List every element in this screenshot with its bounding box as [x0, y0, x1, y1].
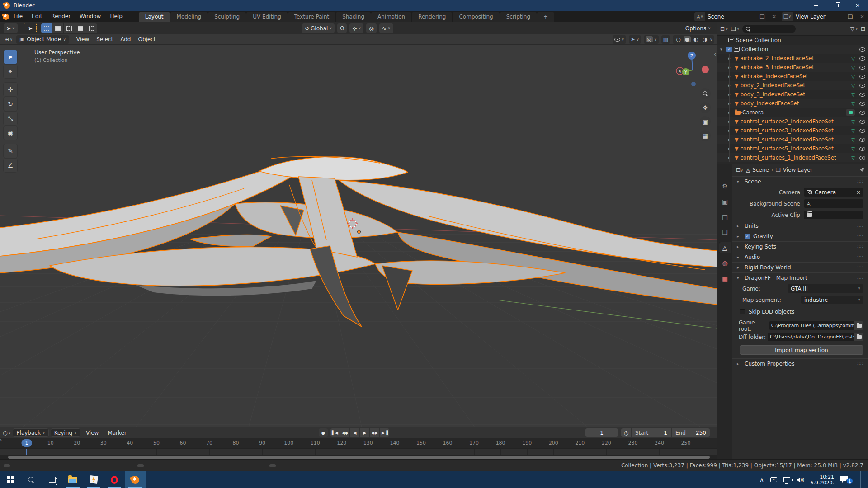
clock[interactable]: 10:21 6.9.2020. [811, 474, 834, 486]
outliner-row-object[interactable]: ▸▼airbrake_IndexedFaceSet▽ [717, 72, 868, 81]
pan-hand-icon[interactable]: ✥ [700, 102, 711, 113]
options-dropdown[interactable]: Options∨ [685, 25, 711, 32]
tab-texture[interactable]: ▦ [719, 273, 731, 284]
background-scene-field[interactable]: ◬ [804, 199, 863, 208]
tool-transform[interactable]: ◉ [4, 126, 17, 140]
tab-view-layer[interactable]: ❏ [719, 227, 731, 238]
hide-object-eye-icon[interactable] [859, 56, 865, 61]
panel-gravity[interactable]: ▸✓Gravity∷∷ [732, 231, 868, 241]
outliner-row-object[interactable]: ▸▼body_2_IndexedFaceSet▽ [717, 81, 868, 90]
tab-sculpting[interactable]: Sculpting [208, 12, 246, 22]
input-indicator-icon[interactable]: a [770, 477, 777, 482]
opera-button[interactable] [104, 471, 125, 488]
timeline-scrollbar-thumb[interactable] [8, 456, 710, 459]
collection-checkbox[interactable]: ✓ [726, 47, 732, 52]
tool-scale[interactable]: ⤡ [4, 112, 17, 125]
scene-selector[interactable]: ◬∨ Scene ❏ [694, 12, 766, 21]
current-frame-badge[interactable]: 1 [22, 439, 32, 447]
material-shading-icon[interactable]: ◐ [692, 36, 699, 42]
tool-move[interactable]: ✛ [4, 83, 17, 96]
new-collection-button[interactable]: ⊞ [861, 26, 865, 32]
clear-camera-icon[interactable]: ✕ [856, 189, 861, 196]
select-invert-icon[interactable] [75, 23, 86, 33]
menu-render[interactable]: Render [47, 11, 75, 22]
end-frame-field[interactable]: End250 [672, 428, 710, 437]
sidebar-toggle-icon[interactable]: ‹ [714, 51, 716, 57]
ortho-toggle-icon[interactable]: ▦ [700, 130, 711, 141]
tab-render[interactable]: ▣ [719, 196, 731, 207]
keying-menu[interactable]: Keying∨ [51, 428, 80, 437]
winamp-button[interactable]: ϟ [83, 471, 104, 488]
collection-expand-icon[interactable]: ▾ [720, 47, 725, 52]
transform-orientation-dropdown[interactable]: ↺Global∨ [302, 23, 335, 33]
tweak-tool-button[interactable]: ➤ [24, 23, 37, 33]
blender-menu-icon[interactable] [3, 14, 9, 20]
start-frame-field[interactable]: Start1 [632, 428, 671, 437]
play-button[interactable]: ▶ [360, 428, 369, 437]
timeline-region-toggle-icon[interactable]: › [0, 437, 2, 443]
outliner-row-object[interactable]: ▸▼body_IndexedFaceSet▽ [717, 99, 868, 108]
tab-texture-paint[interactable]: Texture Paint [288, 12, 335, 22]
menu-object[interactable]: Object [134, 36, 159, 42]
close-button[interactable]: × [847, 0, 868, 11]
taskbar-search-button[interactable] [21, 471, 42, 488]
hide-object-eye-icon[interactable] [859, 120, 865, 124]
jump-to-end-button[interactable]: ▶▐ [380, 428, 389, 437]
hide-object-eye-icon[interactable] [859, 66, 865, 70]
outliner-row-object[interactable]: ▸▼body_3_IndexedFaceSet▽ [717, 90, 868, 99]
outliner-row-object[interactable]: ▸▼control_surfaces2_IndexedFaceSet▽ [717, 117, 868, 126]
import-map-section-button[interactable]: Import map section [740, 345, 863, 355]
active-clip-field[interactable] [804, 211, 863, 219]
action-center-button[interactable]: 1 [840, 475, 854, 484]
outliner-row-camera[interactable]: ▸Camera [717, 108, 868, 117]
marker-menu[interactable]: Marker [104, 430, 130, 436]
play-reverse-button[interactable]: ◀ [350, 428, 359, 437]
network-icon[interactable] [783, 477, 790, 482]
scene-name-field[interactable]: Scene [705, 12, 758, 21]
file-explorer-button[interactable] [62, 471, 83, 488]
outliner-search-input[interactable] [742, 25, 796, 33]
tool-select-box[interactable]: ➤ [4, 50, 17, 64]
breadcrumb-scene[interactable]: ◬Scene [746, 167, 769, 173]
editor-type-dropdown[interactable]: ⊞∨ [3, 36, 14, 42]
filter-dropdown[interactable]: ▽∨ [850, 26, 858, 32]
wireframe-shading-icon[interactable]: ○ [675, 36, 682, 42]
gravity-checkbox[interactable]: ✓ [745, 234, 750, 239]
tab-world[interactable]: ◍ [719, 258, 731, 268]
dff-folder-field[interactable]: C:\Users\blaha\Do..DragonFF\tests\dff [768, 333, 854, 341]
unlink-scene-icon[interactable]: ✕ [771, 14, 777, 20]
menu-edit[interactable]: Edit [27, 11, 47, 22]
menu-select[interactable]: Select [93, 36, 117, 42]
snap-toggle[interactable]: Ω [337, 23, 347, 33]
outliner-row-object[interactable]: ▸▼airbrake_2_IndexedFaceSet▽ [717, 54, 868, 63]
snap-target-dropdown[interactable]: ⊹∨ [349, 23, 363, 33]
outliner-row-object[interactable]: ▸▼control_surfaces_1_IndexedFaceSet▽ [717, 153, 868, 162]
blender-taskbar-button[interactable] [125, 471, 146, 488]
hide-object-eye-icon[interactable] [859, 129, 865, 133]
playback-menu[interactable]: Playback∨ [13, 428, 48, 437]
panel-scene[interactable]: ▾Scene∷∷ [732, 176, 868, 187]
overlays-toggle[interactable]: ◎∨ [644, 35, 659, 44]
view-layer-selector[interactable]: ❏∨ View Layer ❏ [782, 12, 854, 21]
game-root-field[interactable]: C:\Program Files (..amapps\common\ [769, 321, 855, 330]
menu-view[interactable]: View [73, 36, 93, 42]
tab-uv-editing[interactable]: UV Editing [246, 12, 288, 22]
tab-scene[interactable]: ◬ [719, 242, 731, 253]
tab-shading[interactable]: Shading [336, 12, 371, 22]
timeline-scrollbar[interactable] [0, 455, 717, 459]
tool-cursor[interactable]: ⌖ [4, 65, 17, 78]
minimize-button[interactable] [806, 0, 826, 11]
outliner-row-collection[interactable]: ▾ ✓ Collection [717, 45, 868, 54]
menu-file[interactable]: File [9, 11, 27, 22]
hide-object-eye-icon[interactable] [859, 111, 865, 115]
hide-object-eye-icon[interactable] [859, 93, 865, 97]
timeline-editor-dropdown[interactable]: ◷∨ [3, 430, 11, 436]
start-button[interactable] [0, 471, 21, 488]
view-menu[interactable]: View [82, 430, 102, 436]
outliner-row-object[interactable]: ▸▼airbrake_3_IndexedFaceSet▽ [717, 63, 868, 72]
restore-button[interactable] [826, 0, 847, 11]
outliner-scope-dropdown[interactable]: ❏∨ [731, 26, 740, 32]
hide-object-eye-icon[interactable] [859, 156, 865, 160]
viewport-3d[interactable]: User Perspective (1) Collection ➤ ⌖ ✛ ↻ … [0, 45, 717, 427]
breadcrumb-view-layer[interactable]: ❏View Layer [776, 167, 813, 173]
